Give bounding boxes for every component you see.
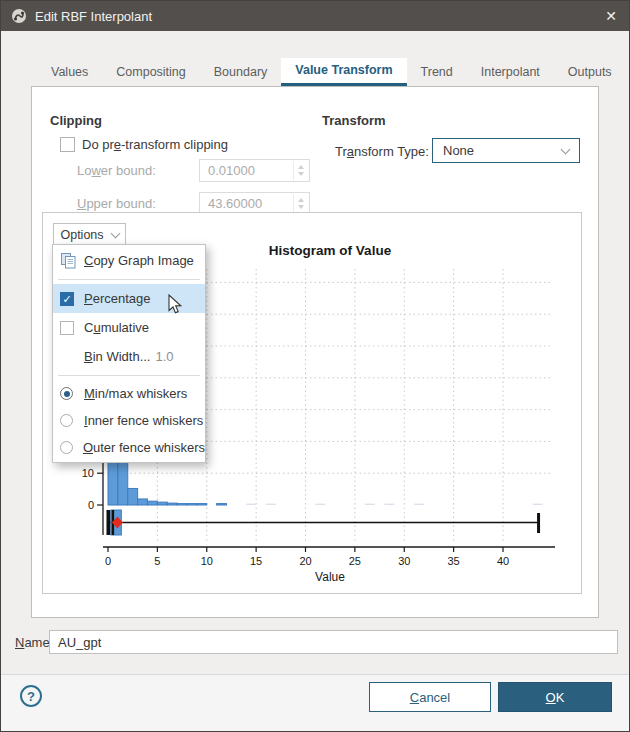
lower-bound-field: 0.01000 bbox=[199, 159, 310, 182]
radio-selected-icon bbox=[60, 387, 84, 400]
close-icon[interactable]: ✕ bbox=[605, 1, 617, 31]
transform-heading: Transform bbox=[322, 113, 386, 128]
svg-text:40: 40 bbox=[497, 555, 509, 567]
menu-item-label: Cumulative bbox=[84, 320, 149, 335]
transform-type-dropdown[interactable]: None bbox=[432, 138, 580, 163]
tab-value-transform[interactable]: Value Transform bbox=[281, 58, 406, 86]
menu-item-label: Bin Width... bbox=[84, 349, 150, 364]
mouse-cursor-icon bbox=[168, 294, 184, 316]
pre-transform-clipping-checkbox[interactable] bbox=[60, 137, 75, 152]
svg-text:10: 10 bbox=[82, 467, 94, 479]
radio-unselected-icon bbox=[60, 414, 84, 427]
clipping-heading: Clipping bbox=[50, 113, 102, 128]
radio-unselected-icon bbox=[60, 441, 83, 454]
options-button-label: Options bbox=[60, 228, 103, 242]
menu-separator bbox=[58, 279, 200, 280]
checkbox-checked-icon: ✓ bbox=[60, 292, 84, 306]
window-title: Edit RBF Interpolant bbox=[35, 9, 152, 24]
chevron-down-icon bbox=[561, 144, 571, 154]
pre-transform-clipping-label: Do pre-transform clipping bbox=[82, 137, 228, 152]
menu-item-cumulative[interactable]: Cumulative bbox=[53, 313, 205, 342]
lower-bound-label: Lower bound: bbox=[77, 163, 156, 178]
menu-item-inner-fence-whiskers[interactable]: Inner fence whiskers bbox=[53, 407, 205, 434]
tab-compositing[interactable]: Compositing bbox=[102, 58, 199, 86]
help-button[interactable]: ? bbox=[20, 685, 42, 707]
tab-values[interactable]: Values bbox=[37, 58, 102, 86]
menu-item-min-max-whiskers[interactable]: Min/max whiskers bbox=[53, 380, 205, 407]
svg-text:35: 35 bbox=[448, 555, 460, 567]
tab-boundary[interactable]: Boundary bbox=[200, 58, 282, 86]
tab-trend[interactable]: Trend bbox=[407, 58, 467, 86]
options-button[interactable]: Options bbox=[53, 223, 126, 246]
name-value: AU_gpt bbox=[58, 635, 101, 650]
lower-bound-spinner bbox=[293, 161, 308, 180]
dialog-edit-rbf-interpolant: Edit RBF Interpolant ✕ ValuesCompositing… bbox=[0, 0, 630, 732]
menu-separator bbox=[58, 375, 200, 376]
options-menu: Copy Graph Image✓PercentageCumulativeBin… bbox=[52, 244, 206, 463]
name-label: Name: bbox=[15, 635, 53, 650]
menu-item-label: Copy Graph Image bbox=[84, 253, 194, 268]
svg-text:30: 30 bbox=[398, 555, 410, 567]
lower-bound-value: 0.01000 bbox=[208, 163, 255, 178]
menu-item-bin-width[interactable]: Bin Width...1.0 bbox=[53, 342, 205, 371]
menu-item-label: Percentage bbox=[84, 291, 151, 306]
upper-bound-value: 43.60000 bbox=[208, 196, 262, 211]
titlebar[interactable]: Edit RBF Interpolant ✕ bbox=[1, 1, 629, 31]
menu-item-copy-graph-image[interactable]: Copy Graph Image bbox=[53, 246, 205, 275]
menu-item-outer-fence-whiskers[interactable]: Outer fence whiskers bbox=[53, 434, 205, 461]
upper-bound-spinner bbox=[293, 194, 308, 213]
svg-text:15: 15 bbox=[250, 555, 262, 567]
checkbox-unchecked-icon bbox=[60, 321, 84, 335]
tab-bar: ValuesCompositingBoundaryValue Transform… bbox=[37, 58, 626, 86]
cancel-button[interactable]: Cancel bbox=[369, 682, 491, 712]
tab-outputs[interactable]: Outputs bbox=[554, 58, 626, 86]
svg-text:Value: Value bbox=[315, 570, 345, 584]
svg-text:0: 0 bbox=[88, 499, 94, 511]
tab-interpolant[interactable]: Interpolant bbox=[467, 58, 554, 86]
menu-item-value: 1.0 bbox=[155, 349, 173, 364]
svg-text:10: 10 bbox=[201, 555, 213, 567]
svg-text:Histogram of Value: Histogram of Value bbox=[269, 243, 392, 258]
svg-text:0: 0 bbox=[105, 555, 111, 567]
menu-item-label: Inner fence whiskers bbox=[84, 413, 203, 428]
menu-item-label: Min/max whiskers bbox=[84, 386, 187, 401]
transform-type-value: None bbox=[443, 143, 474, 158]
name-input[interactable]: AU_gpt bbox=[49, 630, 618, 654]
menu-item-label: Outer fence whiskers bbox=[83, 440, 205, 455]
chevron-down-icon bbox=[110, 228, 120, 238]
copy-icon bbox=[60, 253, 84, 269]
svg-text:5: 5 bbox=[154, 555, 160, 567]
svg-text:25: 25 bbox=[349, 555, 361, 567]
ok-button[interactable]: OK bbox=[498, 682, 612, 712]
transform-type-label: Transform Type: bbox=[335, 144, 429, 159]
rbf-interpolant-icon bbox=[11, 8, 27, 24]
upper-bound-label: Upper bound: bbox=[77, 196, 156, 211]
svg-text:20: 20 bbox=[299, 555, 311, 567]
